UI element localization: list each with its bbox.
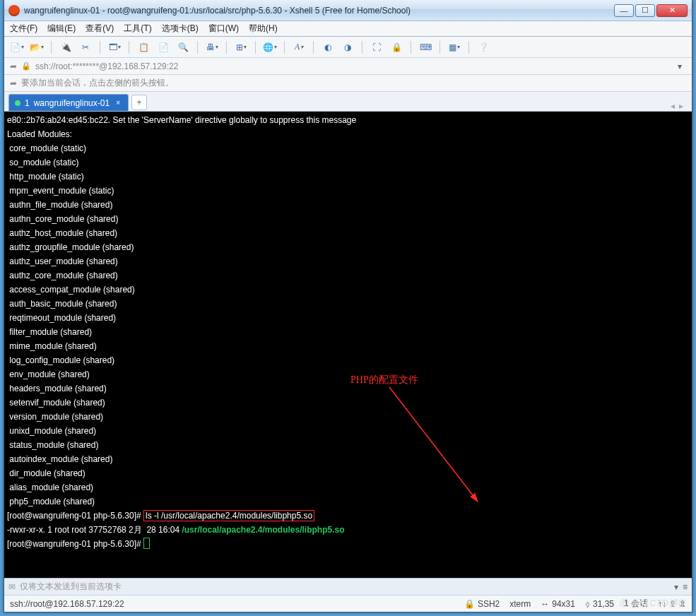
info-arrow-icon[interactable]: ➦ <box>10 78 17 88</box>
encoding-button[interactable]: 🌐 <box>263 40 277 54</box>
term-line: Loaded Modules: <box>7 127 689 141</box>
term-line: reqtimeout_module (shared) <box>7 311 689 325</box>
watermark: ⓑ @51CTO博客 <box>619 598 686 610</box>
file-path: /usr/local/apache2.4/modules/libphp5.so <box>182 525 344 535</box>
term-line: e80::2b76:ab24:ed45:bc22. Set the 'Serve… <box>7 113 689 127</box>
term-line: autoindex_module (shared) <box>7 452 689 466</box>
tab-prev-icon[interactable]: ◂ <box>671 101 675 111</box>
term-prompt-line: [root@wangruifeng-01 php-5.6.30]# ls -l … <box>7 509 689 523</box>
tab-next-icon[interactable]: ▸ <box>679 101 683 111</box>
term-prompt-line: [root@wangruifeng-01 php-5.6.30]# <box>7 537 689 551</box>
app-icon <box>8 5 20 16</box>
term-line: authz_core_module (shared) <box>7 268 689 283</box>
term-line: so_module (static) <box>7 155 689 170</box>
size-icon: ↔ <box>541 599 549 609</box>
menu-view[interactable]: 查看(V) <box>85 23 114 35</box>
term-line: mpm_event_module (static) <box>7 184 689 198</box>
status-proto: SSH2 <box>478 599 500 609</box>
term-line: dir_module (shared) <box>7 466 689 480</box>
tab-name: wangruifenglinux-01 <box>34 98 110 108</box>
term-line: core_module (static) <box>7 141 689 155</box>
add-arrow-icon[interactable]: ➦ <box>10 61 17 71</box>
lock-icon: 🔒 <box>21 61 31 71</box>
send-dropdown[interactable]: ▾ <box>674 582 678 592</box>
term-line: authn_file_module (shared) <box>7 198 689 212</box>
disconnect-button[interactable]: ✂ <box>78 40 93 54</box>
infobar: ➦ 要添加当前会话，点击左侧的箭头按钮。 <box>4 75 692 92</box>
lock-button[interactable]: 🔒 <box>389 40 403 54</box>
minimize-button[interactable]: — <box>614 4 634 17</box>
layout-button[interactable]: ⊞ <box>234 40 248 54</box>
tab-close-icon[interactable]: × <box>114 99 122 107</box>
print-button[interactable]: 🖶 <box>205 40 219 54</box>
reconnect-button[interactable]: 🔌 <box>59 40 73 54</box>
send-input[interactable]: 仅将文本发送到当前选项卡 <box>20 581 670 593</box>
sendbar: ✉ 仅将文本发送到当前选项卡 ▾ ≡ <box>4 578 692 595</box>
status-term: xterm <box>509 599 531 609</box>
status-cursor: 31,35 <box>593 599 614 609</box>
menu-window[interactable]: 窗口(W) <box>208 23 239 35</box>
toolbar: 📄 📂 🔌 ✂ 🗔 📋 📄 🔍 🖶 ⊞ 🌐 A ◐ ◑ ⛶ 🔒 ⌨ ▦ ❔ <box>4 37 692 58</box>
maximize-button[interactable]: ☐ <box>635 4 655 17</box>
fullscreen-button[interactable]: ⛶ <box>370 40 384 54</box>
status-conn: ssh://root@192.168.57.129:22 <box>10 599 454 609</box>
term-line: php5_module (shared) <box>7 494 689 509</box>
new-session-button[interactable]: 📄 <box>10 40 24 54</box>
menubar: 文件(F) 编辑(E) 查看(V) 工具(T) 选项卡(B) 窗口(W) 帮助(… <box>4 21 692 37</box>
menu-edit[interactable]: 编辑(E) <box>47 23 76 35</box>
term-line: mime_module (shared) <box>7 339 689 353</box>
open-button[interactable]: 📂 <box>30 40 44 54</box>
tab-index: 1 <box>25 98 30 108</box>
term-line: setenvif_module (shared) <box>7 396 689 410</box>
term-line: auth_basic_module (shared) <box>7 297 689 311</box>
help-button[interactable]: ❔ <box>476 40 490 54</box>
properties-button[interactable]: 🗔 <box>107 40 122 54</box>
paste-button[interactable]: 📄 <box>156 40 170 54</box>
close-button[interactable]: ✕ <box>656 4 688 17</box>
xagent-button[interactable]: ◐ <box>321 40 335 54</box>
term-line: alias_module (shared) <box>7 480 689 494</box>
send-menu-icon[interactable]: ≡ <box>683 582 688 592</box>
cursor-icon <box>143 538 150 549</box>
tabstrip: 1 wangruifenglinux-01 × + ◂ ▸ <box>4 92 692 112</box>
new-tab-button[interactable]: + <box>131 95 147 110</box>
term-line: authz_user_module (shared) <box>7 254 689 268</box>
status-size: 94x31 <box>552 599 575 609</box>
term-line: headers_module (shared) <box>7 381 689 396</box>
terminal[interactable]: e80::2b76:ab24:ed45:bc22. Set the 'Serve… <box>4 112 692 578</box>
app-window: wangruifenglinux-01 - root@wangruifeng-0… <box>4 0 692 612</box>
menu-tools[interactable]: 工具(T) <box>124 23 151 35</box>
send-icon[interactable]: ✉ <box>8 582 16 592</box>
highlighted-command: ls -l /usr/local/apache2.4/modules/libph… <box>143 510 314 521</box>
menu-help[interactable]: 帮助(H) <box>249 23 278 35</box>
session-tab[interactable]: 1 wangruifenglinux-01 × <box>8 94 129 111</box>
view-button[interactable]: ▦ <box>447 40 461 54</box>
term-line: unixd_module (shared) <box>7 424 689 438</box>
term-line: authn_core_module (shared) <box>7 212 689 226</box>
info-text: 要添加当前会话，点击左侧的箭头按钮。 <box>21 77 174 89</box>
copy-button[interactable]: 📋 <box>136 40 151 54</box>
statusbar: ssh://root@192.168.57.129:22 🔒SSH2 xterm… <box>4 595 692 612</box>
keyboard-button[interactable]: ⌨ <box>418 40 432 54</box>
address-dropdown[interactable]: ▾ <box>673 61 686 71</box>
term-line: http_module (static) <box>7 170 689 184</box>
menu-file[interactable]: 文件(F) <box>10 23 37 35</box>
term-ls-line: -rwxr-xr-x. 1 root root 37752768 2月 28 1… <box>7 523 689 537</box>
lock-small-icon: 🔒 <box>464 599 475 609</box>
term-line: filter_module (shared) <box>7 325 689 339</box>
xftp-button[interactable]: ◑ <box>341 40 355 54</box>
term-line: authz_host_module (shared) <box>7 226 689 240</box>
term-line: log_config_module (shared) <box>7 353 689 367</box>
term-line: authz_groupfile_module (shared) <box>7 240 689 254</box>
menu-tabs[interactable]: 选项卡(B) <box>162 23 199 35</box>
term-line: status_module (shared) <box>7 438 689 452</box>
term-line: access_compat_module (shared) <box>7 283 689 297</box>
titlebar[interactable]: wangruifenglinux-01 - root@wangruifeng-0… <box>4 0 692 21</box>
term-line: version_module (shared) <box>7 410 689 424</box>
font-button[interactable]: A <box>292 40 306 54</box>
term-line: env_module (shared) <box>7 367 689 381</box>
address-text[interactable]: ssh://root:********@192.168.57.129:22 <box>35 61 178 71</box>
addressbar[interactable]: ➦ 🔒 ssh://root:********@192.168.57.129:2… <box>4 58 692 75</box>
status-dot-icon <box>15 100 20 106</box>
find-button[interactable]: 🔍 <box>176 40 190 54</box>
